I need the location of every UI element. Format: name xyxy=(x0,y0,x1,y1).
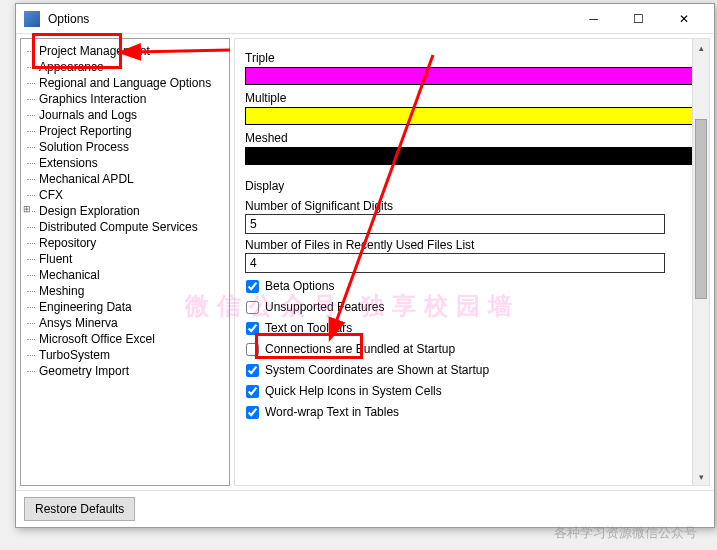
scroll-down-icon[interactable]: ▾ xyxy=(693,468,709,485)
multiple-label: Multiple xyxy=(245,91,699,105)
tree-item-project-management[interactable]: Project Management xyxy=(21,43,229,59)
toolbars-label: Text on Toolbars xyxy=(265,321,352,335)
maximize-button[interactable]: ☐ xyxy=(616,4,661,34)
dialog-footer: Restore Defaults xyxy=(16,490,714,527)
wordwrap-row[interactable]: Word-wrap Text in Tables xyxy=(245,404,699,420)
quickhelp-row[interactable]: Quick Help Icons in System Cells xyxy=(245,383,699,399)
tree-item-cfx[interactable]: CFX xyxy=(21,187,229,203)
coords-row[interactable]: System Coordinates are Shown at Startup xyxy=(245,362,699,378)
quickhelp-checkbox[interactable] xyxy=(246,385,259,398)
digits-label: Number of Significant Digits xyxy=(245,199,699,213)
tree-item-turbosystem[interactable]: TurboSystem xyxy=(21,347,229,363)
titlebar: Options ─ ☐ ✕ xyxy=(16,4,714,34)
triple-color-picker[interactable] xyxy=(245,67,699,85)
toolbars-checkbox[interactable] xyxy=(246,322,259,335)
multiple-color-picker[interactable] xyxy=(245,107,699,125)
recent-files-label: Number of Files in Recently Used Files L… xyxy=(245,238,699,252)
connections-row[interactable]: Connections are Bundled at Startup xyxy=(245,341,699,357)
coords-checkbox[interactable] xyxy=(246,364,259,377)
meshed-color-picker[interactable] xyxy=(245,147,699,165)
toolbars-row[interactable]: Text on Toolbars xyxy=(245,320,699,336)
close-button[interactable]: ✕ xyxy=(661,4,706,34)
tree-item-distributed[interactable]: Distributed Compute Services xyxy=(21,219,229,235)
panel-scrollbar[interactable]: ▴ ▾ xyxy=(692,39,709,485)
tree-item-mechanical-apdl[interactable]: Mechanical APDL xyxy=(21,171,229,187)
beta-options-checkbox[interactable] xyxy=(246,280,259,293)
wordwrap-label: Word-wrap Text in Tables xyxy=(265,405,399,419)
tree-item-meshing[interactable]: Meshing xyxy=(21,283,229,299)
tree-item-fluent[interactable]: Fluent xyxy=(21,251,229,267)
options-dialog: Options ─ ☐ ✕ Project Management Appeara… xyxy=(15,3,715,528)
app-icon xyxy=(24,11,40,27)
tree-item-solution[interactable]: Solution Process xyxy=(21,139,229,155)
restore-defaults-button[interactable]: Restore Defaults xyxy=(24,497,135,521)
meshed-label: Meshed xyxy=(245,131,699,145)
tree-item-geometry-import[interactable]: Geometry Import xyxy=(21,363,229,379)
window-title: Options xyxy=(48,12,571,26)
digits-input[interactable] xyxy=(245,214,665,234)
tree-item-ansys-minerva[interactable]: Ansys Minerva xyxy=(21,315,229,331)
unsupported-row[interactable]: Unsupported Features xyxy=(245,299,699,315)
unsupported-checkbox[interactable] xyxy=(246,301,259,314)
unsupported-label: Unsupported Features xyxy=(265,300,384,314)
quickhelp-label: Quick Help Icons in System Cells xyxy=(265,384,442,398)
display-section-title: Display xyxy=(245,179,699,193)
minimize-button[interactable]: ─ xyxy=(571,4,616,34)
tree-item-engineering-data[interactable]: Engineering Data xyxy=(21,299,229,315)
tree-item-office-excel[interactable]: Microsoft Office Excel xyxy=(21,331,229,347)
wordwrap-checkbox[interactable] xyxy=(246,406,259,419)
settings-panel: Triple Multiple Meshed Display Number of… xyxy=(234,38,710,486)
tree-item-extensions[interactable]: Extensions xyxy=(21,155,229,171)
scroll-thumb[interactable] xyxy=(695,119,707,299)
connections-checkbox[interactable] xyxy=(246,343,259,356)
tree-item-appearance[interactable]: Appearance xyxy=(21,59,229,75)
category-tree[interactable]: Project Management Appearance Regional a… xyxy=(20,38,230,486)
beta-options-label: Beta Options xyxy=(265,279,334,293)
tree-item-regional[interactable]: Regional and Language Options xyxy=(21,75,229,91)
tree-item-design-exploration[interactable]: Design Exploration xyxy=(21,203,229,219)
beta-options-row[interactable]: Beta Options xyxy=(245,278,699,294)
tree-item-reporting[interactable]: Project Reporting xyxy=(21,123,229,139)
tree-item-mechanical[interactable]: Mechanical xyxy=(21,267,229,283)
coords-label: System Coordinates are Shown at Startup xyxy=(265,363,489,377)
tree-item-graphics[interactable]: Graphics Interaction xyxy=(21,91,229,107)
tree-item-repository[interactable]: Repository xyxy=(21,235,229,251)
watermark-text: 各种学习资源微信公众号 xyxy=(554,524,697,542)
tree-item-journals[interactable]: Journals and Logs xyxy=(21,107,229,123)
scroll-up-icon[interactable]: ▴ xyxy=(693,39,709,56)
connections-label: Connections are Bundled at Startup xyxy=(265,342,455,356)
recent-files-input[interactable] xyxy=(245,253,665,273)
triple-label: Triple xyxy=(245,51,699,65)
